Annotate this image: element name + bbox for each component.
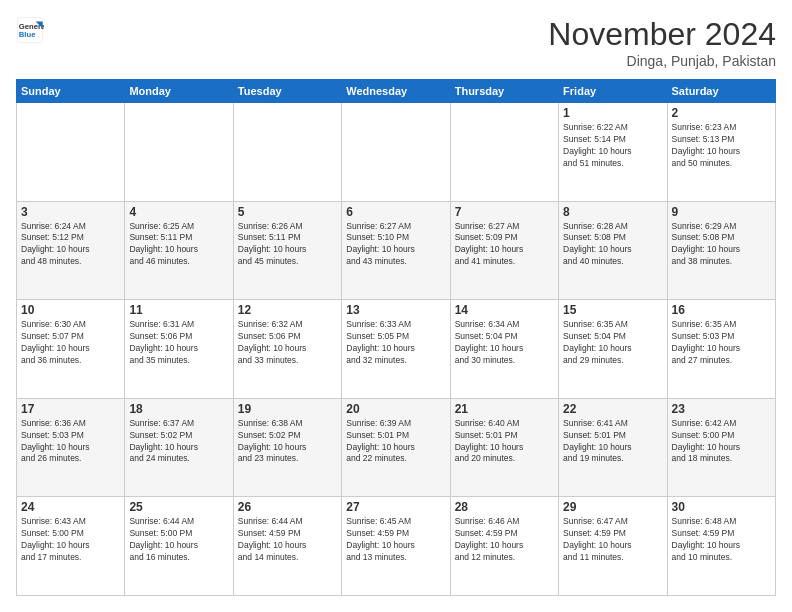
day-info: Sunrise: 6:30 AM Sunset: 5:07 PM Dayligh… [21,319,120,367]
calendar-cell: 30Sunrise: 6:48 AM Sunset: 4:59 PM Dayli… [667,497,775,596]
day-number: 5 [238,205,337,219]
calendar-cell: 9Sunrise: 6:29 AM Sunset: 5:08 PM Daylig… [667,201,775,300]
day-info: Sunrise: 6:22 AM Sunset: 5:14 PM Dayligh… [563,122,662,170]
day-info: Sunrise: 6:27 AM Sunset: 5:09 PM Dayligh… [455,221,554,269]
calendar-cell: 17Sunrise: 6:36 AM Sunset: 5:03 PM Dayli… [17,398,125,497]
day-number: 2 [672,106,771,120]
calendar-cell: 18Sunrise: 6:37 AM Sunset: 5:02 PM Dayli… [125,398,233,497]
day-number: 28 [455,500,554,514]
calendar-cell [17,103,125,202]
calendar-cell: 22Sunrise: 6:41 AM Sunset: 5:01 PM Dayli… [559,398,667,497]
day-info: Sunrise: 6:48 AM Sunset: 4:59 PM Dayligh… [672,516,771,564]
day-info: Sunrise: 6:37 AM Sunset: 5:02 PM Dayligh… [129,418,228,466]
calendar-cell: 6Sunrise: 6:27 AM Sunset: 5:10 PM Daylig… [342,201,450,300]
calendar-cell: 19Sunrise: 6:38 AM Sunset: 5:02 PM Dayli… [233,398,341,497]
day-info: Sunrise: 6:26 AM Sunset: 5:11 PM Dayligh… [238,221,337,269]
day-info: Sunrise: 6:44 AM Sunset: 4:59 PM Dayligh… [238,516,337,564]
header-sunday: Sunday [17,80,125,103]
calendar-cell: 4Sunrise: 6:25 AM Sunset: 5:11 PM Daylig… [125,201,233,300]
calendar-header-row: Sunday Monday Tuesday Wednesday Thursday… [17,80,776,103]
calendar-cell: 13Sunrise: 6:33 AM Sunset: 5:05 PM Dayli… [342,300,450,399]
day-number: 9 [672,205,771,219]
calendar-cell: 29Sunrise: 6:47 AM Sunset: 4:59 PM Dayli… [559,497,667,596]
day-info: Sunrise: 6:29 AM Sunset: 5:08 PM Dayligh… [672,221,771,269]
day-number: 3 [21,205,120,219]
calendar-cell: 1Sunrise: 6:22 AM Sunset: 5:14 PM Daylig… [559,103,667,202]
calendar-week-2: 10Sunrise: 6:30 AM Sunset: 5:07 PM Dayli… [17,300,776,399]
day-info: Sunrise: 6:25 AM Sunset: 5:11 PM Dayligh… [129,221,228,269]
day-number: 19 [238,402,337,416]
calendar-cell: 16Sunrise: 6:35 AM Sunset: 5:03 PM Dayli… [667,300,775,399]
day-number: 1 [563,106,662,120]
calendar-cell: 24Sunrise: 6:43 AM Sunset: 5:00 PM Dayli… [17,497,125,596]
day-info: Sunrise: 6:34 AM Sunset: 5:04 PM Dayligh… [455,319,554,367]
day-number: 26 [238,500,337,514]
day-info: Sunrise: 6:23 AM Sunset: 5:13 PM Dayligh… [672,122,771,170]
day-info: Sunrise: 6:47 AM Sunset: 4:59 PM Dayligh… [563,516,662,564]
calendar-week-1: 3Sunrise: 6:24 AM Sunset: 5:12 PM Daylig… [17,201,776,300]
day-number: 29 [563,500,662,514]
month-title: November 2024 [548,16,776,53]
title-block: November 2024 Dinga, Punjab, Pakistan [548,16,776,69]
logo-icon: General Blue [16,16,44,44]
calendar-cell [125,103,233,202]
day-number: 21 [455,402,554,416]
calendar-cell: 26Sunrise: 6:44 AM Sunset: 4:59 PM Dayli… [233,497,341,596]
header-thursday: Thursday [450,80,558,103]
day-info: Sunrise: 6:36 AM Sunset: 5:03 PM Dayligh… [21,418,120,466]
calendar-week-4: 24Sunrise: 6:43 AM Sunset: 5:00 PM Dayli… [17,497,776,596]
day-info: Sunrise: 6:45 AM Sunset: 4:59 PM Dayligh… [346,516,445,564]
calendar-cell: 21Sunrise: 6:40 AM Sunset: 5:01 PM Dayli… [450,398,558,497]
day-number: 18 [129,402,228,416]
day-number: 12 [238,303,337,317]
header-saturday: Saturday [667,80,775,103]
day-info: Sunrise: 6:39 AM Sunset: 5:01 PM Dayligh… [346,418,445,466]
day-number: 7 [455,205,554,219]
calendar-cell: 2Sunrise: 6:23 AM Sunset: 5:13 PM Daylig… [667,103,775,202]
day-number: 17 [21,402,120,416]
day-number: 25 [129,500,228,514]
calendar-cell: 27Sunrise: 6:45 AM Sunset: 4:59 PM Dayli… [342,497,450,596]
day-info: Sunrise: 6:35 AM Sunset: 5:04 PM Dayligh… [563,319,662,367]
day-number: 16 [672,303,771,317]
day-number: 14 [455,303,554,317]
page: General Blue November 2024 Dinga, Punjab… [0,0,792,612]
day-info: Sunrise: 6:38 AM Sunset: 5:02 PM Dayligh… [238,418,337,466]
calendar-cell: 8Sunrise: 6:28 AM Sunset: 5:08 PM Daylig… [559,201,667,300]
day-number: 30 [672,500,771,514]
calendar-cell: 10Sunrise: 6:30 AM Sunset: 5:07 PM Dayli… [17,300,125,399]
day-number: 10 [21,303,120,317]
header-friday: Friday [559,80,667,103]
day-number: 6 [346,205,445,219]
day-number: 15 [563,303,662,317]
calendar-cell: 7Sunrise: 6:27 AM Sunset: 5:09 PM Daylig… [450,201,558,300]
header-tuesday: Tuesday [233,80,341,103]
day-number: 11 [129,303,228,317]
calendar-cell [233,103,341,202]
day-number: 13 [346,303,445,317]
day-info: Sunrise: 6:43 AM Sunset: 5:00 PM Dayligh… [21,516,120,564]
day-info: Sunrise: 6:27 AM Sunset: 5:10 PM Dayligh… [346,221,445,269]
calendar-cell: 12Sunrise: 6:32 AM Sunset: 5:06 PM Dayli… [233,300,341,399]
day-number: 4 [129,205,228,219]
calendar-week-3: 17Sunrise: 6:36 AM Sunset: 5:03 PM Dayli… [17,398,776,497]
header-monday: Monday [125,80,233,103]
header-wednesday: Wednesday [342,80,450,103]
day-number: 23 [672,402,771,416]
day-number: 8 [563,205,662,219]
calendar-cell: 20Sunrise: 6:39 AM Sunset: 5:01 PM Dayli… [342,398,450,497]
day-info: Sunrise: 6:35 AM Sunset: 5:03 PM Dayligh… [672,319,771,367]
calendar-cell: 5Sunrise: 6:26 AM Sunset: 5:11 PM Daylig… [233,201,341,300]
day-info: Sunrise: 6:24 AM Sunset: 5:12 PM Dayligh… [21,221,120,269]
day-number: 20 [346,402,445,416]
calendar-cell: 25Sunrise: 6:44 AM Sunset: 5:00 PM Dayli… [125,497,233,596]
day-info: Sunrise: 6:28 AM Sunset: 5:08 PM Dayligh… [563,221,662,269]
calendar-cell [342,103,450,202]
calendar-week-0: 1Sunrise: 6:22 AM Sunset: 5:14 PM Daylig… [17,103,776,202]
svg-text:Blue: Blue [19,30,36,39]
calendar-table: Sunday Monday Tuesday Wednesday Thursday… [16,79,776,596]
calendar-cell: 23Sunrise: 6:42 AM Sunset: 5:00 PM Dayli… [667,398,775,497]
calendar-cell: 15Sunrise: 6:35 AM Sunset: 5:04 PM Dayli… [559,300,667,399]
day-info: Sunrise: 6:40 AM Sunset: 5:01 PM Dayligh… [455,418,554,466]
day-info: Sunrise: 6:32 AM Sunset: 5:06 PM Dayligh… [238,319,337,367]
